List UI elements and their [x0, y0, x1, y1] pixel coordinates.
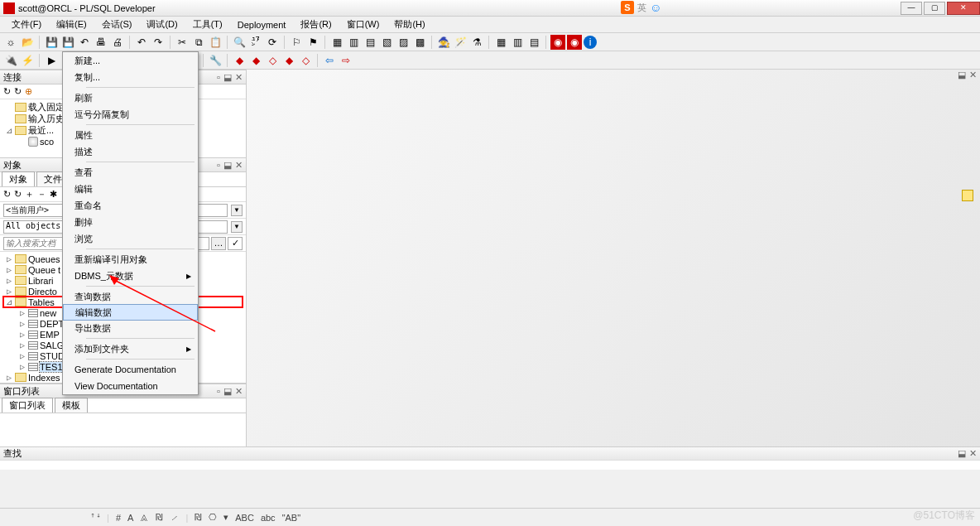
itool2-icon[interactable]: ▥ [346, 35, 361, 50]
dot5-icon[interactable]: ◇ [298, 53, 313, 68]
menu-file[interactable]: 文件(F) [7, 17, 46, 32]
dot4-icon[interactable]: ◆ [281, 53, 296, 68]
menu-session[interactable]: 会话(S) [97, 17, 137, 32]
allobjects-dropdown-icon[interactable]: ▼ [231, 221, 243, 233]
info-icon[interactable]: i [584, 36, 597, 49]
user-dropdown-icon[interactable]: ▼ [231, 205, 243, 216]
stat-4: ⩓ [140, 513, 149, 523]
find-icon[interactable]: 🔍 [232, 35, 247, 50]
ctx-edit[interactable]: 编辑 [63, 181, 198, 197]
menu-tools[interactable]: 工具(T) [188, 17, 228, 32]
ctx-refresh[interactable]: 刷新 [63, 89, 198, 106]
wizard3-icon[interactable]: ⚗ [469, 35, 484, 50]
grid3-icon[interactable]: ▤ [526, 35, 541, 50]
context-menu: 新建... 复制... 刷新 逗号分隔复制 属性 描述 查看 编辑 重命名 删掉… [62, 51, 199, 395]
grid2-icon[interactable]: ▥ [510, 35, 525, 50]
disconnect-icon[interactable]: ⚡ [20, 53, 35, 68]
findnext-icon[interactable]: ⟳ [265, 35, 280, 50]
stat-3: A [127, 513, 133, 523]
ctx-editdata[interactable]: 编辑数据 [63, 304, 198, 321]
wrench-icon[interactable]: 🔧 [208, 53, 223, 68]
save-icon[interactable]: 💾 [44, 35, 59, 50]
ctx-viewdoc[interactable]: View Documentation [63, 378, 198, 394]
grid1-icon[interactable]: ▦ [493, 35, 508, 50]
dot1-icon[interactable]: ◆ [232, 53, 247, 68]
itool4-icon[interactable]: ▧ [379, 35, 394, 50]
refresh-icon[interactable]: ↻ [3, 86, 11, 97]
ctx-rename[interactable]: 重命名 [63, 197, 198, 214]
ctx-gendoc[interactable]: Generate Documentation [63, 361, 198, 378]
ctx-browse[interactable]: 浏览 [63, 230, 198, 247]
printer-icon[interactable]: 🖨 [110, 35, 125, 50]
ctx-desc[interactable]: 描述 [63, 143, 198, 160]
itool3-icon[interactable]: ▤ [363, 35, 377, 50]
close-panel-icon[interactable]: ✕ [235, 72, 243, 83]
revert-icon[interactable]: ↶ [77, 35, 92, 50]
stat-11: abc [261, 513, 276, 523]
wizard1-icon[interactable]: 🧙 [436, 35, 451, 50]
tab-objects[interactable]: 对象 [2, 171, 35, 186]
wizard2-icon[interactable]: 🪄 [453, 35, 468, 50]
refresh2-icon[interactable]: ↻ [14, 189, 22, 200]
star-icon[interactable]: ✱ [50, 189, 57, 200]
itool6-icon[interactable]: ▩ [412, 35, 427, 50]
db-icon[interactable]: ⊕ [25, 86, 32, 97]
undo-icon[interactable]: ↶ [134, 35, 149, 50]
itool1-icon[interactable]: ▦ [329, 35, 344, 50]
tabarea-pin-icon[interactable]: ⬓ [958, 70, 966, 83]
redo-icon[interactable]: ↷ [151, 35, 166, 50]
menu-debug[interactable]: 调试(D) [142, 17, 182, 32]
ctx-csvdup[interactable]: 逗号分隔复制 [63, 106, 198, 123]
bookmark2-icon[interactable]: ⚑ [305, 35, 320, 50]
tab-winlist[interactable]: 窗口列表 [2, 398, 53, 413]
maximize-button[interactable]: ▢ [924, 2, 945, 15]
arrow-right-icon[interactable]: ⇨ [339, 53, 353, 68]
pin2-icon[interactable]: ⬓ [223, 72, 232, 83]
refresh-obj-icon[interactable]: ↻ [3, 189, 11, 200]
print-icon[interactable]: 🖶 [94, 35, 108, 50]
open-icon[interactable]: 📂 [20, 35, 35, 50]
ctx-props[interactable]: 属性 [63, 127, 198, 143]
ctx-view[interactable]: 查看 [63, 164, 198, 181]
ctx-dbms[interactable]: DBMS_元数据▶ [63, 268, 198, 284]
dot2-icon[interactable]: ◆ [248, 53, 263, 68]
menu-report[interactable]: 报告(R) [295, 17, 336, 32]
cut-icon[interactable]: ✂ [175, 35, 190, 50]
filter-icon[interactable]: ↻ [14, 86, 22, 97]
menu-window[interactable]: 窗口(W) [342, 17, 385, 32]
copy-icon[interactable]: ⧉ [191, 35, 206, 50]
oracle2-icon[interactable]: ◉ [567, 35, 582, 50]
ctx-new[interactable]: 新建... [63, 52, 198, 69]
oracle-icon[interactable]: ◉ [550, 35, 565, 50]
connect-icon[interactable]: 🔌 [3, 53, 18, 68]
pin-icon[interactable]: ▫ [217, 72, 220, 83]
arrow-left-icon[interactable]: ⇦ [322, 53, 337, 68]
minus-icon[interactable]: － [37, 188, 46, 200]
dot3-icon[interactable]: ◇ [265, 53, 280, 68]
browse-button[interactable]: … [211, 237, 226, 250]
itool5-icon[interactable]: ▨ [396, 35, 411, 50]
ctx-recompile[interactable]: 重新编译引用对象 [63, 251, 198, 268]
replace-icon[interactable]: ㍐ [248, 35, 263, 50]
ctx-copy[interactable]: 复制... [63, 69, 198, 85]
ctx-addfav[interactable]: 添加到文件夹▶ [63, 340, 198, 357]
menu-edit[interactable]: 编辑(E) [51, 17, 92, 32]
exec-icon[interactable]: ▶ [44, 53, 59, 68]
ctx-querydata[interactable]: 查询数据 [63, 288, 198, 305]
tabarea-close-icon[interactable]: ✕ [969, 70, 977, 83]
minimize-button[interactable]: — [901, 2, 922, 15]
saveall-icon[interactable]: 💾 [60, 35, 75, 50]
menu-help[interactable]: 帮助(H) [389, 17, 430, 32]
ime-indicator[interactable]: S 英 ☺ [621, 1, 661, 14]
ok-button[interactable]: ✓ [228, 237, 243, 250]
plus-icon[interactable]: ＋ [25, 188, 34, 200]
search-body [0, 460, 980, 470]
ctx-delete[interactable]: 删掉 [63, 214, 198, 230]
close-button[interactable]: ✕ [947, 2, 980, 15]
bookmark-icon[interactable]: ⚐ [289, 35, 304, 50]
ctx-exportdata[interactable]: 导出数据 [63, 320, 198, 336]
paste-icon[interactable]: 📋 [208, 35, 223, 50]
menu-deployment[interactable]: Deployment [233, 18, 291, 31]
new-icon[interactable]: ☼ [3, 35, 18, 50]
tab-template[interactable]: 模板 [55, 398, 88, 413]
